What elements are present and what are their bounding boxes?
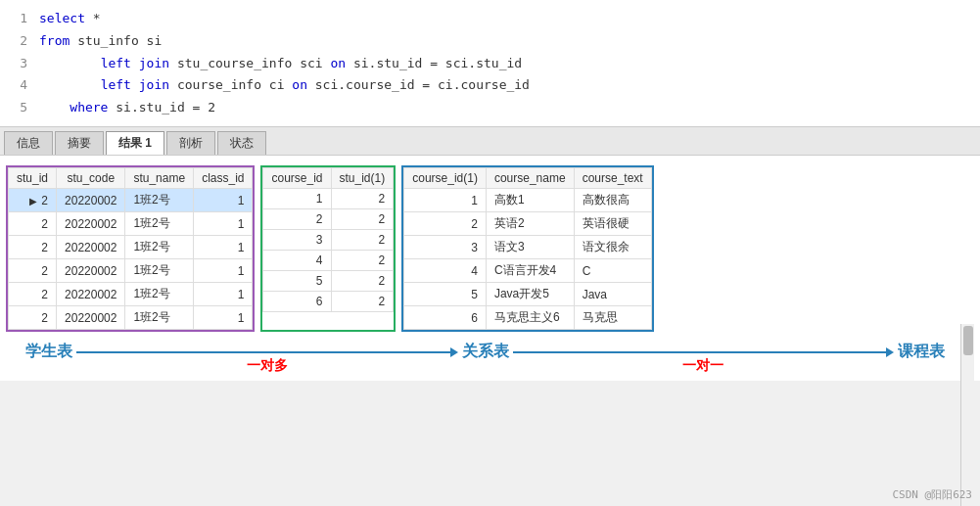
table-row[interactable]: 4 2 xyxy=(263,251,394,271)
cell-class-id: 1 xyxy=(194,306,253,330)
th-course-name: course_name xyxy=(486,168,574,189)
student-table-label: 学生表 xyxy=(25,342,72,362)
scrollbar-thumb[interactable] xyxy=(963,326,973,355)
cell-stu-id: 2 xyxy=(9,259,57,283)
annotation-row: 学生表 一对多 关系表 一对一 课程表 xyxy=(6,342,974,375)
th-course-id: course_id xyxy=(263,168,331,189)
line-number-2: 2 xyxy=(0,31,39,52)
tab-info[interactable]: 信息 xyxy=(4,131,53,155)
tabs-bar: 信息 摘要 结果 1 剖析 状态 xyxy=(0,127,980,156)
table-row[interactable]: 2 20220002 1班2号 1 xyxy=(9,283,253,306)
relation-table: course_id stu_id(1) 1 2 2 2 xyxy=(262,167,394,312)
cell-stu-id: 2 xyxy=(331,209,394,230)
code-line-2: 2 from stu_info si xyxy=(0,30,980,53)
vertical-scrollbar[interactable] xyxy=(960,324,974,506)
code-content-1: select * xyxy=(39,9,101,29)
table-row[interactable]: 2 2 xyxy=(263,209,394,230)
cell-course-text: 高数很高 xyxy=(574,189,651,212)
table-row[interactable]: 2 20220002 1班2号 1 xyxy=(9,189,253,212)
course-label-group: 课程表 xyxy=(898,342,945,362)
cell-course-id: 4 xyxy=(263,251,331,271)
table-row[interactable]: 2 20220002 1班2号 1 xyxy=(9,212,253,236)
student-label-group: 学生表 xyxy=(25,342,72,362)
line-number-3: 3 xyxy=(0,54,39,74)
arrow-line-1 xyxy=(76,351,450,353)
th-stu-id: stu_id xyxy=(9,168,57,189)
cell-stu-code: 20220002 xyxy=(57,283,125,306)
th-class-id: class_id xyxy=(194,168,253,189)
one-to-one-group: 一对一 xyxy=(513,342,895,375)
cell-stu-name: 1班2号 xyxy=(125,212,194,236)
cell-stu-code: 20220002 xyxy=(57,189,125,212)
cell-course-id: 6 xyxy=(404,306,487,330)
cell-course-id: 6 xyxy=(263,292,331,312)
cell-course-name: Java开发5 xyxy=(486,283,574,306)
table-row[interactable]: 5 Java开发5 Java xyxy=(404,283,651,306)
code-content-2: from stu_info si xyxy=(39,31,162,52)
tab-status[interactable]: 状态 xyxy=(217,131,266,155)
cell-course-name: C语言开发4 xyxy=(486,259,574,283)
cell-course-id: 5 xyxy=(263,271,331,292)
table-row[interactable]: 5 2 xyxy=(263,271,394,292)
tab-result1[interactable]: 结果 1 xyxy=(106,131,164,155)
relation-label-group: 关系表 xyxy=(462,342,509,362)
cell-class-id: 1 xyxy=(194,259,253,283)
cell-course-id: 2 xyxy=(263,209,331,230)
table-row[interactable]: 4 C语言开发4 C xyxy=(404,259,651,283)
table-row[interactable]: 1 2 xyxy=(263,189,394,209)
table-row[interactable]: 2 英语2 英语很硬 xyxy=(404,212,651,236)
arrow-one-to-one xyxy=(513,347,895,357)
table-row[interactable]: 1 高数1 高数很高 xyxy=(404,189,651,212)
code-line-1: 1 select * xyxy=(0,8,980,30)
cell-course-name: 语文3 xyxy=(486,236,574,259)
cell-stu-id: 2 xyxy=(9,306,57,330)
cell-course-id: 1 xyxy=(404,189,487,212)
one-to-many-label: 一对多 xyxy=(247,357,288,375)
cell-course-name: 马克思主义6 xyxy=(486,306,574,330)
cell-course-id: 3 xyxy=(404,236,487,259)
cell-course-id: 1 xyxy=(263,189,331,209)
cell-course-text: C xyxy=(574,259,651,283)
cell-course-text: 语文很余 xyxy=(574,236,651,259)
watermark: CSDN @阳阳623 xyxy=(892,487,972,502)
table-row[interactable]: 6 马克思主义6 马克思 xyxy=(404,306,651,330)
table-row[interactable]: 2 20220002 1班2号 1 xyxy=(9,259,253,283)
one-to-many-group: 一对多 xyxy=(76,342,458,375)
arrow-head-1 xyxy=(450,347,458,357)
cell-course-name: 高数1 xyxy=(486,189,574,212)
cell-class-id: 1 xyxy=(194,212,253,236)
arrow-one-to-many xyxy=(76,347,458,357)
cell-course-id: 3 xyxy=(263,230,331,251)
table-row[interactable]: 2 20220002 1班2号 1 xyxy=(9,306,253,330)
arrow-head-2 xyxy=(886,347,894,357)
one-to-one-label: 一对一 xyxy=(682,357,723,375)
th-course-text: course_text xyxy=(574,168,651,189)
th-stu-id-1: stu_id(1) xyxy=(331,168,394,189)
cell-stu-code: 20220002 xyxy=(57,212,125,236)
tab-profile[interactable]: 剖析 xyxy=(166,131,215,155)
course-table-wrap: course_id(1) course_name course_text 1 高… xyxy=(401,165,653,332)
student-table-wrap: stu_id stu_code stu_name class_id 2 2022… xyxy=(6,165,255,332)
tab-summary[interactable]: 摘要 xyxy=(55,131,104,155)
th-stu-code: stu_code xyxy=(57,168,125,189)
cell-stu-name: 1班2号 xyxy=(125,259,194,283)
course-table: course_id(1) course_name course_text 1 高… xyxy=(403,167,651,330)
bottom-panel: 信息 摘要 结果 1 剖析 状态 stu_id stu_code stu_nam… xyxy=(0,127,980,381)
student-table: stu_id stu_code stu_name class_id 2 2022… xyxy=(8,167,253,330)
cell-stu-id: 2 xyxy=(9,283,57,306)
cell-stu-code: 20220002 xyxy=(57,306,125,330)
table-row[interactable]: 2 20220002 1班2号 1 xyxy=(9,236,253,259)
cell-stu-id: 2 xyxy=(331,189,394,209)
th-stu-name: stu_name xyxy=(125,168,194,189)
results-area: stu_id stu_code stu_name class_id 2 2022… xyxy=(0,156,980,381)
cell-course-name: 英语2 xyxy=(486,212,574,236)
table-row[interactable]: 3 语文3 语文很余 xyxy=(404,236,651,259)
cell-course-id: 2 xyxy=(404,212,487,236)
cell-stu-id: 2 xyxy=(331,292,394,312)
cell-stu-id: 2 xyxy=(331,230,394,251)
cell-stu-name: 1班2号 xyxy=(125,236,194,259)
code-panel: 1 select * 2 from stu_info si 3 left joi… xyxy=(0,0,980,127)
table-row[interactable]: 6 2 xyxy=(263,292,394,312)
arrow-line-2 xyxy=(513,351,887,353)
table-row[interactable]: 3 2 xyxy=(263,230,394,251)
